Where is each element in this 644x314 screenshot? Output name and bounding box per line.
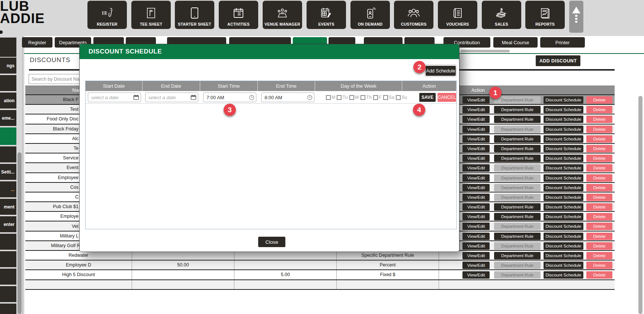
discount-schedule-button[interactable]: Discount Schedule	[544, 96, 583, 104]
day-checkbox-th[interactable]	[361, 95, 365, 100]
view-edit-button[interactable]: View/Edit	[462, 135, 490, 143]
nav-button-reports[interactable]: REPORTS	[525, 1, 565, 29]
sidebar-item-2[interactable]	[0, 75, 16, 91]
nav-button-events[interactable]: EVENTS	[307, 1, 346, 29]
delete-button[interactable]: Delete	[586, 184, 612, 191]
department-rule-button[interactable]: Department Rule	[494, 155, 541, 162]
nav-button-vouchers[interactable]: VOUCHERS	[438, 1, 477, 29]
day-checkbox-su[interactable]	[396, 95, 401, 100]
department-rule-button[interactable]: Department Rule	[494, 262, 541, 269]
add-discount-button[interactable]: ADD DISCOUNT	[536, 55, 580, 66]
delete-button[interactable]: Delete	[586, 203, 612, 211]
view-edit-button[interactable]: View/Edit	[462, 96, 490, 104]
discount-schedule-button[interactable]: Discount Schedule	[544, 194, 583, 201]
sidebar-item-8[interactable]: ...	[0, 181, 16, 197]
view-edit-button[interactable]: View/Edit	[462, 233, 490, 240]
discount-schedule-button[interactable]: Discount Schedule	[544, 106, 583, 113]
nav-button-venue-manager[interactable]: VENUE MANAGER	[263, 1, 302, 29]
sidebar-item-5[interactable]	[0, 127, 16, 145]
discount-schedule-button[interactable]: Discount Schedule	[544, 184, 583, 191]
department-rule-button[interactable]: Department Rule	[494, 96, 541, 104]
department-rule-button[interactable]: Department Rule	[494, 213, 541, 220]
discount-schedule-button[interactable]: Discount Schedule	[544, 174, 583, 182]
delete-button[interactable]: Delete	[586, 96, 612, 104]
department-rule-button[interactable]: Department Rule	[494, 242, 541, 250]
delete-button[interactable]: Delete	[586, 223, 612, 230]
discount-schedule-button[interactable]: Discount Schedule	[544, 203, 583, 211]
delete-button[interactable]: Delete	[586, 135, 612, 143]
tab-meal-course[interactable]: Meal Course	[493, 37, 538, 48]
discount-schedule-button[interactable]: Discount Schedule	[544, 242, 583, 250]
view-edit-button[interactable]: View/Edit	[462, 252, 490, 259]
start-time-input[interactable]	[204, 93, 247, 102]
view-edit-button[interactable]: View/Edit	[462, 242, 490, 250]
nav-button-tee-sheet[interactable]: TEE SHEET	[131, 1, 171, 29]
delete-button[interactable]: Delete	[586, 164, 612, 172]
sidebar-item-ngs[interactable]: ngs	[0, 58, 16, 74]
day-checkbox-f[interactable]	[373, 95, 378, 100]
discount-schedule-button[interactable]: Discount Schedule	[544, 262, 583, 269]
view-edit-button[interactable]: View/Edit	[462, 106, 490, 113]
day-checkbox-tu[interactable]	[337, 95, 342, 100]
delete-button[interactable]: Delete	[586, 194, 612, 201]
department-rule-button[interactable]: Department Rule	[494, 126, 541, 133]
discount-schedule-button[interactable]: Discount Schedule	[544, 135, 583, 143]
sidebar-item-14[interactable]	[0, 286, 16, 302]
delete-button[interactable]: Delete	[586, 271, 612, 279]
view-edit-button[interactable]: View/Edit	[462, 155, 490, 162]
department-rule-button[interactable]: Department Rule	[494, 233, 541, 240]
delete-button[interactable]: Delete	[586, 213, 612, 220]
sidebar-item-11[interactable]	[0, 234, 16, 250]
delete-button[interactable]: Delete	[586, 155, 612, 162]
sidebar-item-eme[interactable]: eme...	[0, 110, 16, 126]
view-edit-button[interactable]: View/Edit	[462, 174, 490, 182]
sidebar-item-12[interactable]	[0, 251, 16, 267]
clock-icon[interactable]	[247, 95, 256, 100]
discount-schedule-button[interactable]: Discount Schedule	[544, 213, 583, 220]
department-rule-button[interactable]: Department Rule	[494, 252, 541, 259]
start-date-input[interactable]	[88, 93, 132, 102]
department-rule-button[interactable]: Department Rule	[494, 223, 541, 230]
discount-schedule-button[interactable]: Discount Schedule	[544, 164, 583, 172]
department-rule-button[interactable]: Department Rule	[494, 116, 541, 123]
department-rule-button[interactable]: Department Rule	[494, 194, 541, 201]
discount-schedule-button[interactable]: Discount Schedule	[544, 145, 583, 152]
view-edit-button[interactable]: View/Edit	[462, 164, 490, 172]
end-date-input[interactable]	[145, 93, 189, 102]
department-rule-button[interactable]: Department Rule	[494, 203, 541, 211]
delete-button[interactable]: Delete	[586, 233, 612, 240]
discount-schedule-button[interactable]: Discount Schedule	[544, 126, 583, 133]
sidebar-item-13[interactable]	[0, 269, 16, 285]
view-edit-button[interactable]: View/Edit	[462, 262, 490, 269]
tab-register[interactable]: Register	[22, 37, 52, 48]
nav-button-starter-sheet[interactable]: STARTER SHEET	[175, 1, 214, 29]
day-checkbox-sa[interactable]	[383, 95, 388, 100]
sidebar-item-6[interactable]	[0, 146, 16, 162]
discount-schedule-button[interactable]: Discount Schedule	[544, 271, 583, 279]
discount-schedule-button[interactable]: Discount Schedule	[544, 233, 583, 240]
sidebar-item-setti[interactable]: Setti...	[0, 164, 16, 180]
department-rule-button[interactable]: Department Rule	[494, 135, 541, 143]
nav-scroll-up-button[interactable]	[569, 1, 583, 33]
view-edit-button[interactable]: View/Edit	[462, 194, 490, 201]
department-rule-button[interactable]: Department Rule	[494, 271, 541, 279]
delete-button[interactable]: Delete	[586, 145, 612, 152]
sidebar-item-0[interactable]	[0, 38, 16, 57]
end-time-input[interactable]	[262, 93, 305, 102]
sidebar-item-ation[interactable]: ation	[0, 93, 16, 109]
sidebar-scrollbar[interactable]	[17, 152, 22, 314]
day-checkbox-m[interactable]	[326, 95, 331, 100]
nav-button-activities[interactable]: ACTIVITIES	[219, 1, 258, 29]
close-button[interactable]: Close	[258, 237, 285, 247]
delete-button[interactable]: Delete	[586, 126, 612, 133]
delete-button[interactable]: Delete	[586, 252, 612, 259]
nav-button-on-demand[interactable]: ON DEMAND	[350, 1, 390, 29]
view-edit-button[interactable]: View/Edit	[462, 116, 490, 123]
discount-schedule-button[interactable]: Discount Schedule	[544, 116, 583, 123]
table-scrollbar[interactable]	[638, 96, 643, 314]
sidebar-item-enter[interactable]: enter	[0, 216, 16, 232]
calendar-icon[interactable]	[132, 94, 141, 100]
day-checkbox-w[interactable]	[349, 95, 354, 100]
clock-icon[interactable]	[305, 95, 314, 100]
view-edit-button[interactable]: View/Edit	[462, 184, 490, 191]
